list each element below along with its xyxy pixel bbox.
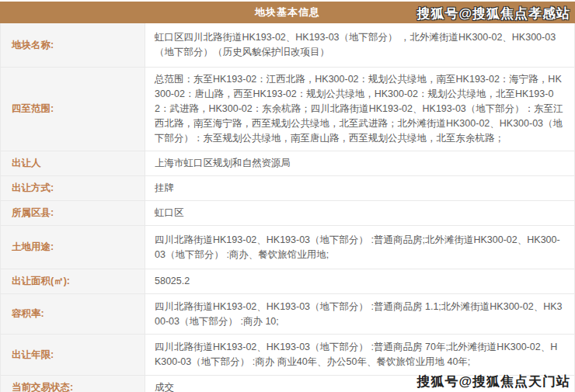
row-value: 虹口区 xyxy=(145,201,574,225)
row-label: 出让方式: xyxy=(1,176,145,200)
table-row-transferor: 出让人 上海市虹口区规划和自然资源局 xyxy=(1,151,574,176)
row-label: 土地用途: xyxy=(1,226,145,269)
table-row-plot-ratio: 容积率: 四川北路街道HK193-02、HK193-03（地下部分） :普通商品… xyxy=(1,294,574,335)
table-row-transfer-method: 出让方式: 挂牌 xyxy=(1,176,574,201)
table-row-boundaries: 四至范围: 总范围：东至HK193-02：江西北路，HK300-02：规划公共绿… xyxy=(1,68,574,151)
row-label: 地块名称: xyxy=(1,23,145,67)
table-title: 地块基本信息 xyxy=(255,5,320,19)
row-label: 出让面积(㎡): xyxy=(1,269,145,293)
table-row-transfer-area: 出让面积(㎡): 58025.2 xyxy=(1,269,574,294)
row-value: 四川北路街道HK193-02、HK193-03（地下部分） :普通商品房 1.1… xyxy=(145,294,574,334)
land-info-table: 地块名称: 虹口区四川北路街道HK193-02、HK193-03（地下部分） ，… xyxy=(0,23,575,392)
row-value: 挂牌 xyxy=(145,176,574,200)
row-value: 上海市虹口区规划和自然资源局 xyxy=(145,151,574,175)
row-value: 58025.2 xyxy=(145,269,574,293)
row-label: 出让年限: xyxy=(1,335,145,375)
table-row-transfer-term: 出让年限: 四川北路街道HK193-02、HK193-03（地下部分） :普通商… xyxy=(1,335,574,376)
row-value: 成交 xyxy=(145,376,574,392)
row-label: 四至范围: xyxy=(1,68,145,151)
row-label: 所属区县: xyxy=(1,201,145,225)
table-header: 地块基本信息 搜狐号@搜狐焦点孝感站 xyxy=(0,2,575,23)
watermark-top: 搜狐号@搜狐焦点孝感站 xyxy=(416,5,570,23)
row-label: 出让人 xyxy=(1,151,145,175)
row-value: 四川北路街道HK193-02、HK193-03（地下部分） :普通商品房;北外滩… xyxy=(145,226,574,269)
row-value: 总范围：东至HK193-02：江西北路，HK300-02：规划公共绿地，南至HK… xyxy=(145,68,574,151)
table-row-land-use: 土地用途: 四川北路街道HK193-02、HK193-03（地下部分） :普通商… xyxy=(1,226,574,269)
row-label: 当前交易状态: xyxy=(1,376,145,392)
table-row-district: 所属区县: 虹口区 xyxy=(1,201,574,226)
land-parcel-info-page: 地块基本信息 搜狐号@搜狐焦点孝感站 地块名称: 虹口区四川北路街道HK193-… xyxy=(0,2,575,392)
table-row-parcel-name: 地块名称: 虹口区四川北路街道HK193-02、HK193-03（地下部分） ，… xyxy=(1,23,574,68)
row-value: 四川北路街道HK193-02、HK193-03（地下部分） :普通商品房 70年… xyxy=(145,335,574,375)
row-value: 虹口区四川北路街道HK193-02、HK193-03（地下部分） ，北外滩街道H… xyxy=(145,23,574,67)
row-label: 容积率: xyxy=(1,294,145,334)
table-row-transaction-status: 当前交易状态: 成交 xyxy=(1,376,574,392)
